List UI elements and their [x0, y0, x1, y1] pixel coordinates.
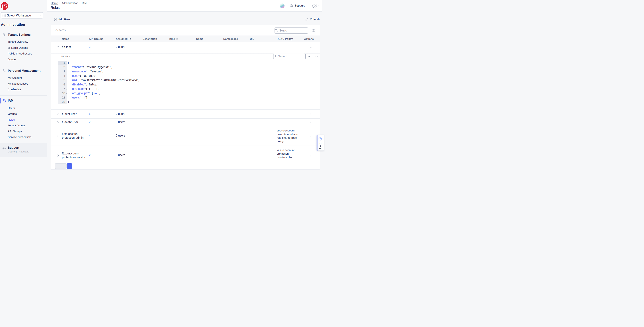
svg-text:f5: f5 [2, 2, 7, 10]
svg-text:?: ? [320, 138, 320, 140]
